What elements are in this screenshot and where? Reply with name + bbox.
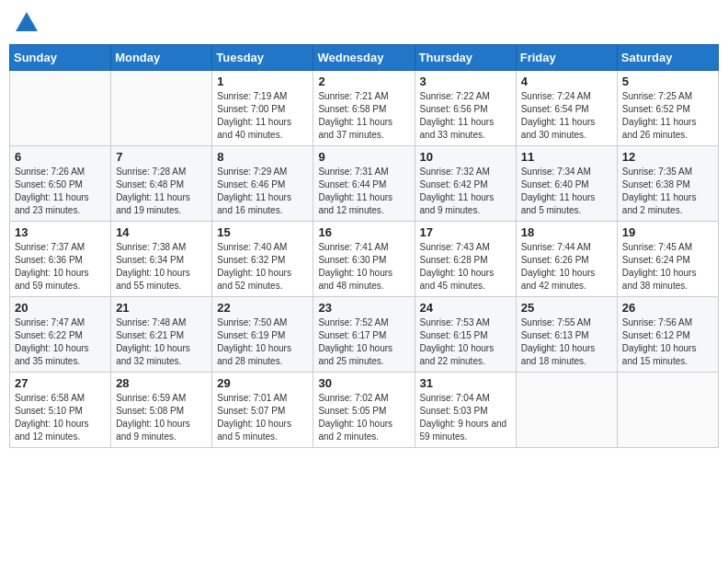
day-number: 12 [622, 150, 713, 164]
page-header [9, 9, 719, 37]
day-number: 7 [116, 150, 207, 164]
day-info: Sunrise: 7:01 AM Sunset: 5:07 PM Dayligh… [217, 392, 308, 443]
calendar-cell: 18Sunrise: 7:44 AM Sunset: 6:26 PM Dayli… [516, 222, 617, 297]
day-number: 14 [116, 225, 207, 239]
day-number: 27 [15, 376, 106, 390]
weekday-header-row: SundayMondayTuesdayWednesdayThursdayFrid… [10, 45, 719, 71]
day-info: Sunrise: 7:48 AM Sunset: 6:21 PM Dayligh… [116, 316, 207, 368]
weekday-header-saturday: Saturday [617, 45, 718, 71]
calendar-cell [617, 373, 718, 448]
day-info: Sunrise: 7:35 AM Sunset: 6:38 PM Dayligh… [622, 166, 713, 217]
weekday-header-monday: Monday [111, 45, 212, 71]
day-number: 1 [217, 75, 308, 88]
day-number: 24 [420, 301, 511, 315]
weekday-header-tuesday: Tuesday [212, 45, 313, 71]
calendar-cell [111, 71, 212, 146]
day-number: 19 [622, 225, 713, 239]
day-number: 4 [521, 75, 612, 88]
calendar-week-3: 13Sunrise: 7:37 AM Sunset: 6:36 PM Dayli… [10, 222, 719, 297]
calendar-cell: 10Sunrise: 7:32 AM Sunset: 6:42 PM Dayli… [415, 146, 516, 222]
calendar-cell: 9Sunrise: 7:31 AM Sunset: 6:44 PM Daylig… [313, 146, 415, 222]
day-info: Sunrise: 7:24 AM Sunset: 6:54 PM Dayligh… [521, 90, 612, 142]
calendar-cell: 1Sunrise: 7:19 AM Sunset: 7:00 PM Daylig… [212, 71, 313, 146]
day-number: 11 [521, 150, 612, 164]
calendar-cell: 19Sunrise: 7:45 AM Sunset: 6:24 PM Dayli… [617, 222, 718, 297]
calendar-cell: 11Sunrise: 7:34 AM Sunset: 6:40 PM Dayli… [516, 146, 617, 222]
calendar-week-2: 6Sunrise: 7:26 AM Sunset: 6:50 PM Daylig… [10, 146, 719, 222]
calendar-table: SundayMondayTuesdayWednesdayThursdayFrid… [9, 44, 719, 448]
weekday-header-sunday: Sunday [10, 45, 111, 71]
day-info: Sunrise: 7:56 AM Sunset: 6:12 PM Dayligh… [622, 316, 713, 368]
calendar-cell: 27Sunrise: 6:58 AM Sunset: 5:10 PM Dayli… [10, 373, 111, 448]
calendar-cell: 8Sunrise: 7:29 AM Sunset: 6:46 PM Daylig… [212, 146, 313, 222]
day-info: Sunrise: 7:31 AM Sunset: 6:44 PM Dayligh… [318, 166, 409, 217]
logo-icon [13, 9, 40, 37]
calendar-cell: 13Sunrise: 7:37 AM Sunset: 6:36 PM Dayli… [10, 222, 111, 297]
day-number: 17 [420, 225, 511, 239]
calendar-cell: 31Sunrise: 7:04 AM Sunset: 5:03 PM Dayli… [415, 373, 516, 448]
day-info: Sunrise: 7:43 AM Sunset: 6:28 PM Dayligh… [420, 241, 511, 293]
day-info: Sunrise: 7:26 AM Sunset: 6:50 PM Dayligh… [15, 166, 106, 217]
calendar-cell: 26Sunrise: 7:56 AM Sunset: 6:12 PM Dayli… [617, 297, 718, 373]
calendar-cell: 6Sunrise: 7:26 AM Sunset: 6:50 PM Daylig… [10, 146, 111, 222]
day-info: Sunrise: 7:52 AM Sunset: 6:17 PM Dayligh… [318, 316, 409, 368]
day-number: 13 [15, 225, 106, 239]
calendar-cell: 24Sunrise: 7:53 AM Sunset: 6:15 PM Dayli… [415, 297, 516, 373]
day-info: Sunrise: 7:41 AM Sunset: 6:30 PM Dayligh… [318, 241, 409, 293]
day-number: 20 [15, 301, 106, 315]
day-info: Sunrise: 7:38 AM Sunset: 6:34 PM Dayligh… [116, 241, 207, 293]
calendar-cell: 5Sunrise: 7:25 AM Sunset: 6:52 PM Daylig… [617, 71, 718, 146]
weekday-header-friday: Friday [516, 45, 617, 71]
day-number: 31 [420, 376, 511, 390]
calendar-cell: 20Sunrise: 7:47 AM Sunset: 6:22 PM Dayli… [10, 297, 111, 373]
day-number: 5 [622, 75, 713, 88]
day-info: Sunrise: 7:32 AM Sunset: 6:42 PM Dayligh… [420, 166, 511, 217]
day-info: Sunrise: 7:04 AM Sunset: 5:03 PM Dayligh… [420, 392, 511, 443]
calendar-cell: 16Sunrise: 7:41 AM Sunset: 6:30 PM Dayli… [313, 222, 415, 297]
day-info: Sunrise: 6:58 AM Sunset: 5:10 PM Dayligh… [15, 392, 106, 443]
calendar-cell: 29Sunrise: 7:01 AM Sunset: 5:07 PM Dayli… [212, 373, 313, 448]
day-number: 18 [521, 225, 612, 239]
day-info: Sunrise: 7:37 AM Sunset: 6:36 PM Dayligh… [15, 241, 106, 293]
calendar-week-5: 27Sunrise: 6:58 AM Sunset: 5:10 PM Dayli… [10, 373, 719, 448]
day-info: Sunrise: 7:34 AM Sunset: 6:40 PM Dayligh… [521, 166, 612, 217]
day-number: 10 [420, 150, 511, 164]
calendar-cell: 3Sunrise: 7:22 AM Sunset: 6:56 PM Daylig… [415, 71, 516, 146]
day-info: Sunrise: 7:50 AM Sunset: 6:19 PM Dayligh… [217, 316, 308, 368]
day-number: 16 [318, 225, 409, 239]
day-number: 29 [217, 376, 308, 390]
day-info: Sunrise: 7:19 AM Sunset: 7:00 PM Dayligh… [217, 90, 308, 142]
day-number: 15 [217, 225, 308, 239]
weekday-header-wednesday: Wednesday [313, 45, 415, 71]
day-number: 9 [318, 150, 409, 164]
calendar-cell: 28Sunrise: 6:59 AM Sunset: 5:08 PM Dayli… [111, 373, 212, 448]
calendar-cell: 7Sunrise: 7:28 AM Sunset: 6:48 PM Daylig… [111, 146, 212, 222]
calendar-cell: 30Sunrise: 7:02 AM Sunset: 5:05 PM Dayli… [313, 373, 415, 448]
day-number: 22 [217, 301, 308, 315]
weekday-header-thursday: Thursday [415, 45, 516, 71]
calendar-cell: 22Sunrise: 7:50 AM Sunset: 6:19 PM Dayli… [212, 297, 313, 373]
calendar-cell: 17Sunrise: 7:43 AM Sunset: 6:28 PM Dayli… [415, 222, 516, 297]
day-info: Sunrise: 6:59 AM Sunset: 5:08 PM Dayligh… [116, 392, 207, 443]
calendar-cell: 23Sunrise: 7:52 AM Sunset: 6:17 PM Dayli… [313, 297, 415, 373]
day-info: Sunrise: 7:25 AM Sunset: 6:52 PM Dayligh… [622, 90, 713, 142]
calendar-week-1: 1Sunrise: 7:19 AM Sunset: 7:00 PM Daylig… [10, 71, 719, 146]
calendar-week-4: 20Sunrise: 7:47 AM Sunset: 6:22 PM Dayli… [10, 297, 719, 373]
day-info: Sunrise: 7:44 AM Sunset: 6:26 PM Dayligh… [521, 241, 612, 293]
calendar-cell: 25Sunrise: 7:55 AM Sunset: 6:13 PM Dayli… [516, 297, 617, 373]
day-info: Sunrise: 7:40 AM Sunset: 6:32 PM Dayligh… [217, 241, 308, 293]
day-number: 23 [318, 301, 409, 315]
day-info: Sunrise: 7:21 AM Sunset: 6:58 PM Dayligh… [318, 90, 409, 142]
calendar-cell: 4Sunrise: 7:24 AM Sunset: 6:54 PM Daylig… [516, 71, 617, 146]
day-number: 28 [116, 376, 207, 390]
day-number: 2 [318, 75, 409, 88]
day-info: Sunrise: 7:53 AM Sunset: 6:15 PM Dayligh… [420, 316, 511, 368]
calendar-cell: 2Sunrise: 7:21 AM Sunset: 6:58 PM Daylig… [313, 71, 415, 146]
calendar-cell: 14Sunrise: 7:38 AM Sunset: 6:34 PM Dayli… [111, 222, 212, 297]
day-info: Sunrise: 7:47 AM Sunset: 6:22 PM Dayligh… [15, 316, 106, 368]
calendar-cell: 21Sunrise: 7:48 AM Sunset: 6:21 PM Dayli… [111, 297, 212, 373]
day-info: Sunrise: 7:55 AM Sunset: 6:13 PM Dayligh… [521, 316, 612, 368]
day-info: Sunrise: 7:28 AM Sunset: 6:48 PM Dayligh… [116, 166, 207, 217]
day-info: Sunrise: 7:45 AM Sunset: 6:24 PM Dayligh… [622, 241, 713, 293]
day-info: Sunrise: 7:29 AM Sunset: 6:46 PM Dayligh… [217, 166, 308, 217]
